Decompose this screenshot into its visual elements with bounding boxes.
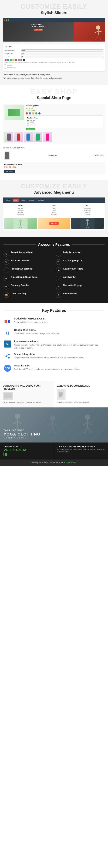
mega-item-12[interactable]: Featured [72,213,104,215]
thumb-5[interactable] [43,132,52,142]
kf-header: Key Features [3,308,105,313]
add-to-cart-button[interactable]: Add to Cart [26,128,35,130]
product-row-1: Product Tights $129.00 USD [3,150,105,161]
bg-title-3: Customize Easily [3,183,105,189]
filter-title: Product Filters [27,117,102,119]
color-swatch-green[interactable] [10,59,12,61]
share-icon [5,353,10,360]
feature-tracking: 📦 Order Tracking [3,292,52,298]
settings-val-1[interactable]: Fade [21,50,103,52]
megamenu-images: 18:00:45 [3,217,105,230]
color-swatch-purple[interactable] [15,59,17,61]
feature-tracking-name: Order Tracking [11,292,26,295]
settings-label-3: Transition [5,56,20,58]
seo-icon: SEO [4,365,11,372]
swatch-green[interactable] [35,112,37,115]
feature-quickshop-text: Quick Shop & Cloud Zoom [11,276,37,279]
feature-quickshop-name: Quick Shop & Cloud Zoom [11,276,37,279]
thumb-3[interactable] [24,132,33,142]
feature-currency-name: Currency Switcher [11,284,29,287]
mega-item-10[interactable]: Best Sellers [72,210,104,211]
kf-icon-fontawesome: fa [3,340,11,348]
section-customize-easily: Customize Easily Stylish Sliders MORE FL… [0,0,108,85]
shop-product-header: Pink Yoga Mat ★★★★★ $129.00 USD Product … [5,104,103,130]
swatch-yellow[interactable] [32,112,34,115]
mega-img-2: 18:00:45 [38,218,70,229]
feature-carousel-name: Product Owl carousel [11,268,32,270]
mega-col-new: NEW IN New Arrivals Best Sellers Sale It… [72,204,104,215]
feature-wishlist-name: Ajax Wishlist [63,276,76,279]
product-row-name: Product Tights [11,155,93,156]
feature-cart-icon: 🛒 [56,259,61,265]
nav-blog[interactable]: BLOG [21,198,26,202]
shop-product-info: Pink Yoga Mat ★★★★★ $129.00 USD Product … [26,104,103,130]
mega-item-8[interactable]: Accessories [38,213,70,215]
feature-quickshop-icon: ⊕ [3,276,9,281]
subtitle-1: Stylish Sliders [3,10,105,15]
mega-item-3[interactable]: Sport Bras [4,211,36,213]
banner-main: YOGA CLOTHING [3,432,40,437]
mega-item-9[interactable]: New Arrivals [72,208,104,210]
kf-text-google: Google Web Fonts Choose from 800+ fonts … [14,329,59,335]
feature-tracking-icon: 📦 [3,292,9,298]
filter-check-1[interactable] [27,120,29,121]
svg-rect-56 [3,452,4,456]
swatch-pink[interactable] [38,112,41,115]
color-swatch-blue[interactable] [7,59,9,61]
kf-desc-seo: Coded with SEO in mind make your website… [14,368,80,371]
mega-item-1[interactable]: Yoga Tops [4,208,36,210]
feature-cart-text: Ajax Shopping Cart [63,259,83,262]
settings-val-2[interactable]: Dot [21,53,103,55]
mega-item-2[interactable]: Yoga Pants [4,210,36,211]
feature-filters-icon: ◈ [56,268,61,273]
slider-right [74,22,105,41]
docs-icon [57,389,65,400]
feature-currency-text: Currency Switcher [11,284,29,287]
support-experts: OUR EXPERTS WILL solve your problems Con… [0,381,54,407]
swatch-blue[interactable] [29,112,31,115]
color-swatch-teal[interactable] [20,59,22,61]
filter-check-2[interactable] [27,122,29,124]
product-row-price: $129.00 USD [95,154,104,156]
mega-item-6[interactable]: Shorts [38,210,70,211]
checkbox-pause[interactable] [5,67,6,69]
thumb-2[interactable] [14,132,23,142]
color-swatch-yellow[interactable] [12,59,15,61]
support-forum-link[interactable]: Support Forum [64,462,76,464]
shop-demo: Pink Yoga Mat ★★★★★ $129.00 USD Product … [3,103,105,144]
settings-val-3[interactable]: Fade [21,56,103,58]
bg-title-2: Easy Shop [3,88,105,95]
filter-check-3[interactable] [27,124,29,126]
nav-pages[interactable]: PAGES [28,198,35,202]
chat-icon [3,393,12,399]
shop-main-image [5,104,24,120]
feature-responsive: ↔ Fully Responsive [56,251,105,256]
footer-seo: Top Quality SEO + FASTER LOADING [0,442,54,460]
color-swatch-orange[interactable] [18,59,20,61]
nav-home[interactable]: HOME [5,198,11,202]
color-swatch-red[interactable] [5,59,7,61]
thumb-4[interactable] [33,132,42,142]
qs-add-cart-button[interactable]: Add to Cart [4,170,15,173]
nav-contact[interactable]: CONTACT [37,198,46,202]
nav-shop[interactable]: SHOP [12,198,19,202]
mega-item-5[interactable]: T-Shirts [38,208,70,210]
swatch-red[interactable] [26,112,28,115]
mega-item-7[interactable]: Hoodies [38,211,70,213]
product-title: Pink Yoga Mat [26,104,103,107]
svg-line-4 [96,35,98,40]
mega-item-11[interactable]: Sale Items [72,211,104,213]
mega-img-1 [4,218,37,229]
svg-rect-57 [5,453,6,456]
color-swatch-dark[interactable] [23,59,25,61]
thumb-1[interactable] [5,132,13,142]
svg-marker-26 [5,398,7,399]
slider-cta[interactable]: SHOP NOW [34,29,43,31]
thumb-img-5 [46,133,49,141]
features-title: Awesome Features [38,243,70,247]
svg-line-5 [98,35,101,40]
checkbox-autoplay[interactable] [5,64,6,66]
mega-item-4[interactable]: Accessories [4,213,36,215]
feature-newsletter-text: Newsletter Pop-up [63,284,82,287]
svg-rect-35 [59,396,62,397]
